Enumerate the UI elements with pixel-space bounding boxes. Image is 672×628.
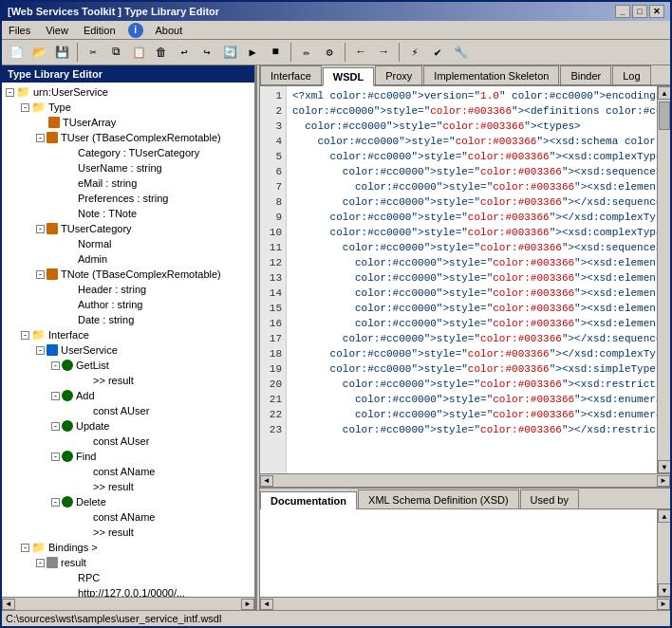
toolbar-cut[interactable]: ✂ — [83, 42, 103, 63]
tree-item[interactable]: Header : string — [2, 282, 254, 297]
tree-item[interactable]: Author : string — [2, 297, 254, 312]
tree-container[interactable]: -📁urn:UserService-📁TypeTUserArray-TUser … — [2, 83, 254, 597]
bottom-tab-xml-schema-definition--xsd-[interactable]: XML Schema Definition (XSD) — [358, 489, 519, 508]
toolbar-back[interactable]: ← — [350, 42, 371, 63]
code-scroll-down[interactable]: ▼ — [658, 460, 670, 473]
tree-item[interactable]: -UserService — [2, 342, 254, 358]
toolbar-forward[interactable]: → — [373, 42, 394, 63]
tree-expander[interactable]: - — [6, 88, 14, 97]
toolbar-new[interactable]: 📄 — [6, 42, 27, 63]
tree-expander[interactable]: - — [51, 453, 60, 461]
bottom-hscroll-left[interactable]: ◄ — [260, 599, 273, 610]
info-icon[interactable]: i — [128, 23, 143, 38]
tree-item[interactable]: http://127.0.0.1/0000/... — [2, 585, 254, 597]
tree-item[interactable]: -TUser (TBaseComplexRemotable) — [2, 130, 254, 145]
bottom-tab-documentation[interactable]: Documentation — [260, 491, 357, 510]
tree-item[interactable]: >> result — [2, 525, 254, 540]
tree-item[interactable]: -Update — [2, 418, 254, 434]
menu-files[interactable]: Files — [6, 24, 33, 37]
toolbar-paste[interactable]: 📋 — [128, 42, 149, 63]
toolbar-stop[interactable]: ■ — [265, 42, 286, 63]
tree-item[interactable]: -📁urn:UserService — [2, 84, 254, 100]
close-button[interactable]: ✕ — [649, 5, 664, 18]
toolbar-undo[interactable]: ↩ — [174, 42, 195, 63]
menu-view[interactable]: View — [43, 24, 71, 37]
tab-interface[interactable]: Interface — [260, 65, 322, 84]
code-hscroll-left[interactable]: ◄ — [260, 475, 273, 487]
code-scroll-up[interactable]: ▲ — [658, 86, 670, 100]
tree-item[interactable]: >> result — [2, 479, 254, 494]
tree-expander[interactable]: - — [36, 225, 45, 233]
toolbar-redo[interactable]: ↪ — [196, 42, 217, 63]
tab-proxy[interactable]: Proxy — [375, 65, 422, 84]
tab-wsdl[interactable]: WSDL — [323, 67, 374, 86]
tree-item[interactable]: eMail : string — [2, 175, 254, 191]
tree-item[interactable]: const AUser — [2, 434, 254, 449]
tree-expander[interactable]: - — [21, 331, 29, 340]
tree-expander[interactable]: - — [21, 544, 29, 552]
tree-item[interactable]: -TNote (TBaseComplexRemotable) — [2, 267, 254, 282]
tree-item[interactable]: Admin — [2, 251, 254, 267]
toolbar-refresh[interactable]: 🔄 — [219, 42, 240, 63]
toolbar-options[interactable]: 🔧 — [450, 42, 471, 63]
tree-expander[interactable]: - — [36, 559, 45, 567]
tree-item[interactable]: -📁Interface — [2, 327, 254, 342]
bottom-hscroll[interactable]: ◄ ► — [260, 597, 670, 610]
code-hscroll[interactable]: ◄ ► — [260, 473, 670, 487]
toolbar-validate[interactable]: ✔ — [427, 42, 448, 63]
tree-expander[interactable]: - — [51, 422, 60, 431]
tree-item[interactable]: Normal — [2, 236, 254, 251]
tab-log[interactable]: Log — [612, 65, 650, 84]
tree-expander[interactable]: - — [51, 498, 60, 507]
tree-item[interactable]: UserName : string — [2, 160, 254, 175]
hscroll-left-btn[interactable]: ◄ — [2, 599, 15, 610]
toolbar-delete[interactable]: 🗑 — [151, 42, 172, 63]
tree-expander[interactable]: - — [51, 361, 60, 370]
bottom-scroll-up[interactable]: ▲ — [658, 509, 670, 523]
tree-item[interactable]: const AName — [2, 464, 254, 479]
tree-item[interactable]: Note : TNote — [2, 206, 254, 221]
toolbar-settings[interactable]: ⚙ — [319, 42, 340, 63]
tree-item[interactable]: -📁Type — [2, 100, 254, 115]
tree-item[interactable]: Preferences : string — [2, 191, 254, 206]
maximize-button[interactable]: □ — [632, 5, 647, 18]
tree-item[interactable]: -Add — [2, 388, 254, 403]
tree-expander[interactable]: - — [36, 134, 45, 142]
toolbar-edit[interactable]: ✏ — [296, 42, 317, 63]
tree-item[interactable]: -Delete — [2, 494, 254, 509]
bottom-scroll-track[interactable] — [658, 523, 670, 583]
tree-item[interactable]: -📁Bindings > — [2, 540, 254, 555]
tree-item[interactable]: TUserArray — [2, 115, 254, 130]
tree-item[interactable]: -GetList — [2, 358, 254, 373]
bottom-hscroll-right[interactable]: ► — [657, 599, 670, 610]
tree-item[interactable]: const AUser — [2, 403, 254, 418]
toolbar-generate[interactable]: ⚡ — [404, 42, 425, 63]
tree-expander[interactable]: - — [51, 392, 60, 400]
tree-expander[interactable]: - — [36, 346, 45, 355]
tab-implementation-skeleton[interactable]: Implementation Skeleton — [423, 65, 559, 84]
tree-item[interactable]: -result — [2, 555, 254, 570]
code-hscroll-right[interactable]: ► — [657, 475, 670, 487]
bottom-content[interactable] — [260, 509, 657, 597]
tree-item[interactable]: -TUserCategory — [2, 221, 254, 236]
menu-about[interactable]: About — [153, 24, 186, 37]
toolbar-run[interactable]: ▶ — [242, 42, 263, 63]
tree-hscroll[interactable]: ◄ ► — [2, 597, 254, 610]
code-scroll-track[interactable] — [658, 100, 670, 460]
bottom-vscroll[interactable]: ▲ ▼ — [657, 509, 670, 597]
tree-item[interactable]: const AName — [2, 509, 254, 525]
hscroll-right-btn[interactable]: ► — [241, 599, 254, 610]
tab-binder[interactable]: Binder — [560, 65, 611, 84]
toolbar-copy[interactable]: ⧉ — [105, 42, 126, 63]
tree-item[interactable]: RPC — [2, 570, 254, 585]
minimize-button[interactable]: _ — [615, 5, 630, 18]
toolbar-open[interactable]: 📂 — [28, 42, 49, 63]
toolbar-save[interactable]: 💾 — [51, 42, 72, 63]
bottom-tab-used-by[interactable]: Used by — [520, 489, 579, 508]
code-text[interactable]: <?xml color:#cc0000">version="1.0" color… — [287, 86, 657, 473]
tree-item[interactable]: >> result — [2, 373, 254, 388]
menu-edition[interactable]: Edition — [81, 24, 119, 37]
code-vscroll[interactable]: ▲ ▼ — [657, 86, 670, 473]
tree-item[interactable]: Category : TUserCategory — [2, 145, 254, 160]
tree-expander[interactable]: - — [21, 103, 29, 112]
